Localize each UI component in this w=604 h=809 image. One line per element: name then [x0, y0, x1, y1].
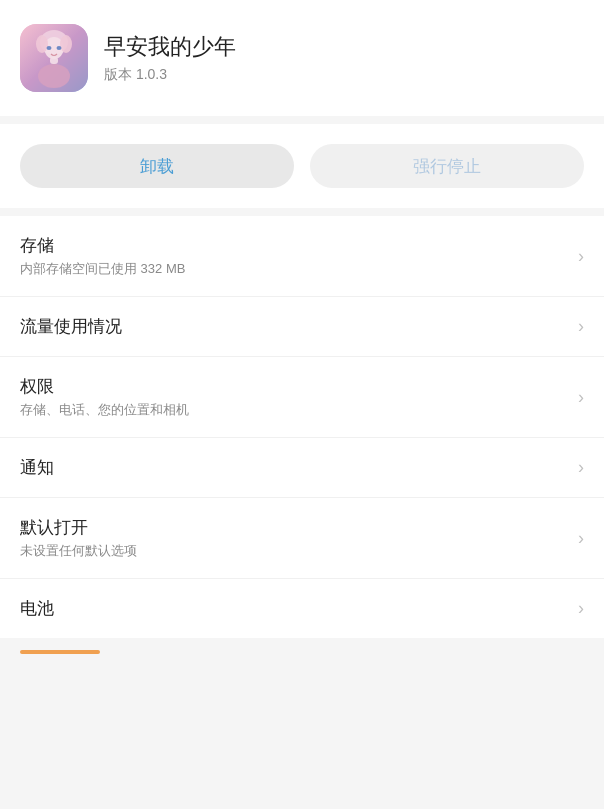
settings-item-content-default-open: 默认打开未设置任何默认选项 [20, 516, 137, 560]
force-stop-button[interactable]: 强行停止 [310, 144, 584, 188]
settings-item-content-storage: 存储内部存储空间已使用 332 MB [20, 234, 185, 278]
settings-item-title-permissions: 权限 [20, 375, 189, 398]
settings-item-subtitle-permissions: 存储、电话、您的位置和相机 [20, 401, 189, 419]
svg-point-8 [57, 46, 62, 50]
settings-item-content-data-usage: 流量使用情况 [20, 315, 122, 338]
svg-point-5 [38, 64, 70, 88]
app-name: 早安我的少年 [104, 32, 236, 62]
app-version: 版本 1.0.3 [104, 66, 236, 84]
settings-item-title-data-usage: 流量使用情况 [20, 315, 122, 338]
svg-point-3 [36, 35, 48, 53]
settings-item-permissions[interactable]: 权限存储、电话、您的位置和相机› [0, 357, 604, 438]
settings-list: 存储内部存储空间已使用 332 MB›流量使用情况›权限存储、电话、您的位置和相… [0, 216, 604, 638]
buttons-section: 卸载 强行停止 [0, 124, 604, 208]
svg-point-4 [60, 35, 72, 53]
uninstall-button[interactable]: 卸载 [20, 144, 294, 188]
settings-item-title-default-open: 默认打开 [20, 516, 137, 539]
settings-item-content-notifications: 通知 [20, 456, 54, 479]
chevron-right-icon: › [578, 457, 584, 478]
bottom-indicator [20, 650, 100, 654]
settings-item-notifications[interactable]: 通知› [0, 438, 604, 498]
app-header: 早安我的少年 版本 1.0.3 [0, 0, 604, 116]
settings-item-storage[interactable]: 存储内部存储空间已使用 332 MB› [0, 216, 604, 297]
settings-item-default-open[interactable]: 默认打开未设置任何默认选项› [0, 498, 604, 579]
settings-item-content-battery: 电池 [20, 597, 54, 620]
settings-item-data-usage[interactable]: 流量使用情况› [0, 297, 604, 357]
settings-item-title-storage: 存储 [20, 234, 185, 257]
settings-item-title-notifications: 通知 [20, 456, 54, 479]
chevron-right-icon: › [578, 316, 584, 337]
settings-item-title-battery: 电池 [20, 597, 54, 620]
settings-item-battery[interactable]: 电池› [0, 579, 604, 638]
svg-rect-6 [50, 57, 58, 64]
settings-item-subtitle-default-open: 未设置任何默认选项 [20, 542, 137, 560]
settings-item-content-permissions: 权限存储、电话、您的位置和相机 [20, 375, 189, 419]
svg-point-7 [47, 46, 52, 50]
settings-item-subtitle-storage: 内部存储空间已使用 332 MB [20, 260, 185, 278]
chevron-right-icon: › [578, 387, 584, 408]
chevron-right-icon: › [578, 528, 584, 549]
chevron-right-icon: › [578, 598, 584, 619]
app-info: 早安我的少年 版本 1.0.3 [104, 32, 236, 84]
chevron-right-icon: › [578, 246, 584, 267]
app-icon [20, 24, 88, 92]
